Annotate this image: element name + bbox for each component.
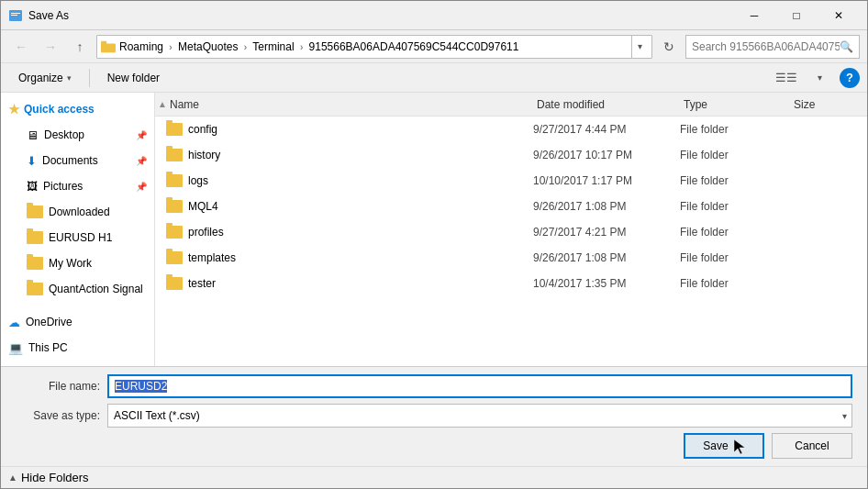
- savetype-row: Save as type: ASCII Text (*.csv) ▾: [16, 404, 852, 428]
- col-header-date[interactable]: Date modified: [533, 93, 680, 116]
- minimize-button[interactable]: ─: [733, 1, 775, 30]
- sidebar-item-downloaded[interactable]: Downloaded: [1, 199, 154, 225]
- table-row[interactable]: MQL4 9/26/2017 1:08 PM File folder: [155, 194, 867, 219]
- view-button[interactable]: ☰☰: [773, 66, 799, 90]
- sidebar-item-pictures[interactable]: 🖼 Pictures 📌: [1, 173, 154, 199]
- file-name: profiles: [188, 226, 533, 239]
- svg-rect-2: [11, 15, 17, 16]
- dialog-actions: Save Cancel: [16, 433, 852, 459]
- file-type: File folder: [680, 226, 790, 239]
- svg-rect-1: [11, 13, 20, 14]
- table-row[interactable]: logs 10/10/2017 1:17 PM File folder: [155, 168, 867, 194]
- hide-folders-chevron-icon: ▲: [8, 472, 17, 483]
- back-button[interactable]: ←: [8, 35, 34, 59]
- pictures-icon: 🖼: [27, 180, 38, 193]
- cancel-button[interactable]: Cancel: [772, 433, 852, 459]
- hide-folders-row[interactable]: ▲ Hide Folders: [1, 466, 867, 488]
- file-name: templates: [188, 251, 533, 264]
- quick-access-label: Quick access: [24, 103, 95, 116]
- breadcrumb-dropdown[interactable]: ▾: [631, 35, 648, 59]
- sidebar-item-eurusd[interactable]: EURUSD H1: [1, 225, 154, 250]
- search-input[interactable]: [692, 40, 840, 53]
- organize-button[interactable]: Organize ▾: [8, 67, 82, 89]
- sidebar-item-label: EURUSD H1: [49, 231, 112, 244]
- sidebar-item-mywork[interactable]: My Work: [1, 250, 154, 276]
- sidebar-item-label: Desktop: [44, 128, 84, 141]
- sidebar-item-documents[interactable]: ⬇ Documents 📌: [1, 148, 154, 173]
- actionbar: Organize ▾ New folder ☰☰ ▾ ?: [1, 63, 867, 93]
- refresh-button[interactable]: ↻: [656, 35, 682, 59]
- thispc-icon: 💻: [8, 341, 23, 355]
- table-row[interactable]: config 9/27/2017 4:44 PM File folder: [155, 117, 867, 142]
- up-button[interactable]: ↑: [67, 35, 93, 59]
- file-type: File folder: [680, 277, 790, 290]
- view-chevron[interactable]: ▾: [807, 66, 832, 90]
- table-row[interactable]: profiles 9/27/2017 4:21 PM File folder: [155, 219, 867, 245]
- hide-folders-label: Hide Folders: [21, 471, 89, 484]
- file-date: 9/26/2017 1:08 PM: [533, 251, 680, 264]
- breadcrumb-bar[interactable]: Roaming › MetaQuotes › Terminal › 915566…: [96, 35, 652, 59]
- sidebar-item-onedrive[interactable]: ☁ OneDrive: [1, 309, 154, 335]
- breadcrumb: Roaming › MetaQuotes › Terminal › 915566…: [119, 40, 631, 53]
- documents-icon: ⬇: [27, 154, 37, 168]
- sidebar-item-quantaction[interactable]: QuantAction Signal: [1, 276, 154, 302]
- maximize-button[interactable]: □: [775, 1, 818, 30]
- pin-icon: 📌: [136, 156, 147, 166]
- svg-rect-4: [101, 40, 106, 44]
- help-button[interactable]: ?: [840, 68, 860, 88]
- pin-icon: 📌: [136, 130, 147, 140]
- file-name: tester: [188, 277, 533, 290]
- organize-chevron-icon: ▾: [67, 73, 72, 83]
- search-icon: 🔍: [840, 40, 853, 53]
- folder-icon: [27, 206, 43, 218]
- search-bar: 🔍: [685, 35, 860, 59]
- file-name: logs: [188, 174, 533, 187]
- sidebar-item-label: Downloaded: [49, 206, 110, 218]
- forward-button[interactable]: →: [38, 35, 63, 59]
- file-type: File folder: [680, 251, 790, 264]
- close-button[interactable]: ✕: [818, 1, 860, 30]
- folder-icon: [166, 277, 183, 290]
- table-row[interactable]: templates 9/26/2017 1:08 PM File folder: [155, 245, 867, 271]
- file-rows-container: config 9/27/2017 4:44 PM File folder his…: [155, 117, 867, 296]
- col-header-type[interactable]: Type: [680, 93, 790, 116]
- toolbar: ← → ↑ Roaming › MetaQuotes › Terminal › …: [1, 30, 867, 63]
- sidebar: ★ Quick access 🖥 Desktop 📌 ⬇ Documents 📌…: [1, 93, 155, 366]
- table-row[interactable]: tester 10/4/2017 1:35 PM File folder: [155, 271, 867, 296]
- sidebar-item-desktop[interactable]: 🖥 Desktop 📌: [1, 122, 154, 148]
- file-date: 10/10/2017 1:17 PM: [533, 174, 680, 187]
- quick-access-group[interactable]: ★ Quick access: [1, 96, 154, 122]
- window-controls: ─ □ ✕: [733, 1, 860, 30]
- file-date: 9/27/2017 4:21 PM: [533, 226, 680, 239]
- sort-arrow: ▲: [159, 93, 166, 117]
- save-as-dialog: Save As ─ □ ✕ ← → ↑ Roaming › MetaQuotes…: [0, 0, 868, 489]
- sidebar-item-label: OneDrive: [26, 316, 72, 328]
- file-type: File folder: [680, 149, 790, 161]
- breadcrumb-folder-icon: [101, 39, 116, 54]
- folder-icon: [166, 200, 183, 213]
- file-type: File folder: [680, 174, 790, 187]
- folder-icon: [27, 231, 43, 244]
- sidebar-item-label: This PC: [28, 341, 68, 354]
- filename-input[interactable]: [107, 374, 852, 398]
- file-date: 9/27/2017 4:44 PM: [533, 123, 680, 136]
- dialog-title: Save As: [28, 9, 733, 22]
- savetype-label: Save as type:: [16, 409, 107, 422]
- folder-icon: [27, 283, 43, 295]
- sidebar-item-label: Pictures: [43, 180, 83, 193]
- titlebar: Save As ─ □ ✕: [1, 1, 867, 30]
- sidebar-item-label: Documents: [42, 154, 98, 167]
- organize-label: Organize: [18, 72, 63, 84]
- savetype-select[interactable]: ASCII Text (*.csv): [107, 404, 852, 428]
- savetype-select-wrapper: ASCII Text (*.csv) ▾: [107, 404, 852, 428]
- col-header-name[interactable]: Name: [166, 93, 533, 116]
- file-name: config: [188, 123, 533, 136]
- col-header-size[interactable]: Size: [790, 93, 863, 116]
- save-button[interactable]: Save: [684, 433, 764, 459]
- new-folder-button[interactable]: New folder: [97, 67, 170, 89]
- sidebar-item-thispc[interactable]: 💻 This PC: [1, 335, 154, 361]
- folder-icon: [166, 149, 183, 161]
- sidebar-item-label: QuantAction Signal: [49, 283, 143, 295]
- save-label: Save: [703, 439, 728, 452]
- table-row[interactable]: history 9/26/2017 10:17 PM File folder: [155, 142, 867, 168]
